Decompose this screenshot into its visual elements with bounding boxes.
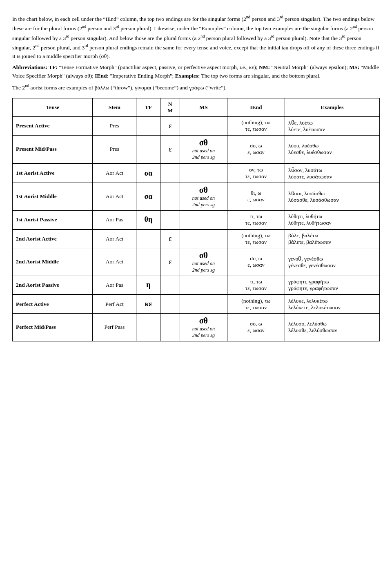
cell-ms: σθnot used on2nd pers sg [180, 135, 227, 163]
cell-tf [136, 313, 160, 341]
intro-para2: Abbreviations: TF: "Tense Formative Morp… [12, 63, 380, 80]
table-header-row: Tense Stem TF NM MS IEnd Examples [13, 98, 380, 116]
cell-iend: (nothing), τωτε, τωσαν [227, 229, 285, 248]
header-nm: NM [160, 98, 180, 116]
table-row: 2nd Aorist PassiveAor Pasητι, τωτε, τωσα… [13, 276, 380, 294]
cell-ms [180, 276, 227, 294]
header-tf: TF [136, 98, 160, 116]
cell-examples: λῦε, λυέτωλύετε, λυέτωσαν [285, 116, 380, 135]
cell-tf: θη [136, 210, 160, 229]
cell-ms [180, 116, 227, 135]
cell-nm: ε [160, 229, 180, 248]
cell-nm: ε [160, 116, 180, 135]
cell-iend: σο, ωε, ωσαν [227, 248, 285, 276]
cell-examples: λέλυκε, λελυκέτωλελύκετε, λελυκέτωσαν [285, 294, 380, 313]
cell-nm [160, 294, 180, 313]
table-row: 2nd Aorist MiddleAor Actεσθnot used on2n… [13, 248, 380, 276]
cell-tense: Present Active [13, 116, 93, 135]
header-tense: Tense [13, 98, 93, 116]
intro-text: In the chart below, in each cell under t… [12, 14, 380, 92]
cell-nm [160, 276, 180, 294]
cell-iend: θι, ωε, ωσαν [227, 183, 285, 210]
table-row: Perfect Mid/PassPerf Passσθnot used on2n… [13, 313, 380, 341]
header-ms: MS [180, 98, 227, 116]
cell-iend: τι, τωτε, τωσαν [227, 276, 285, 294]
cell-tense: 1st Aorist Passive [13, 210, 93, 229]
cell-tense: Perfect Mid/Pass [13, 313, 93, 341]
cell-tf: κε [136, 294, 160, 313]
cell-examples: γενοῦ, γενέσθωγένεσθε, γενέσθωσαν [285, 248, 380, 276]
cell-iend: σο, ωε, ωσαν [227, 313, 285, 341]
table-row: 2nd Aorist ActiveAor Actε(nothing), τωτε… [13, 229, 380, 248]
cell-ms [180, 294, 227, 313]
cell-stem: Pres [93, 135, 136, 163]
morphs-table: Tense Stem TF NM MS IEnd Examples Presen… [12, 98, 380, 341]
cell-stem: Pres [93, 116, 136, 135]
header-iend: IEnd [227, 98, 285, 116]
cell-stem: Perf Pass [93, 313, 136, 341]
header-examples: Examples [285, 98, 380, 116]
cell-tense: 2nd Aorist Passive [13, 276, 93, 294]
cell-stem: Aor Act [93, 183, 136, 210]
cell-stem: Aor Pas [93, 210, 136, 229]
cell-nm [160, 163, 180, 183]
cell-tense: Perfect Active [13, 294, 93, 313]
table-row: 1st Aorist ActiveAor Actσαον, τωτε, τωσα… [13, 163, 380, 183]
cell-ms [180, 210, 227, 229]
cell-stem: Aor Act [93, 229, 136, 248]
cell-nm: ε [160, 248, 180, 276]
cell-stem: Perf Act [93, 294, 136, 313]
cell-tf [136, 135, 160, 163]
cell-tense: 2nd Aorist Middle [13, 248, 93, 276]
cell-stem: Aor Pas [93, 276, 136, 294]
intro-para3: The 2nd aorist forms are examples of βάλ… [12, 82, 380, 92]
cell-tense: Present Mid/Pass [13, 135, 93, 163]
cell-nm: ε [160, 135, 180, 163]
cell-examples: λῦσον, λυσάτωλύσατε, λυσάτωσαν [285, 163, 380, 183]
cell-tense: 1st Aorist Active [13, 163, 93, 183]
cell-examples: λῦσαι, λυσάσθωλύσασθε, λυσάσθωσαν [285, 183, 380, 210]
cell-nm [160, 210, 180, 229]
cell-ms [180, 229, 227, 248]
cell-examples: λύου, λυέσθωλύεσθε, λυέσθωσαν [285, 135, 380, 163]
cell-tense: 2nd Aorist Active [13, 229, 93, 248]
cell-tf: σα [136, 183, 160, 210]
cell-ms: σθnot used on2nd pers sg [180, 248, 227, 276]
cell-stem: Aor Act [93, 163, 136, 183]
cell-iend: (nothing), τωτε, τωσαν [227, 294, 285, 313]
cell-nm [160, 313, 180, 341]
cell-examples: βάλε, βαλέτωβάλετε, βαλέτωσαν [285, 229, 380, 248]
cell-iend: σο, ωε, ωσαν [227, 135, 285, 163]
cell-tf [136, 116, 160, 135]
cell-ms: σθnot used on2nd pers sg [180, 183, 227, 210]
intro-para1: In the chart below, in each cell under t… [12, 14, 380, 61]
cell-nm [160, 183, 180, 210]
header-stem: Stem [93, 98, 136, 116]
table-row: Present Mid/PassPresεσθnot used on2nd pe… [13, 135, 380, 163]
cell-iend: τι, τωτε, τωσαν [227, 210, 285, 229]
table-row: 1st Aorist PassiveAor Pasθητι, τωτε, τωσ… [13, 210, 380, 229]
cell-iend: (nothing), τωτε, τωσαν [227, 116, 285, 135]
cell-tf: σα [136, 163, 160, 183]
cell-iend: ον, τωτε, τωσαν [227, 163, 285, 183]
table-row: Present ActivePresε(nothing), τωτε, τωσα… [13, 116, 380, 135]
cell-tense: 1st Aorist Middle [13, 183, 93, 210]
cell-examples: λύθητι, λυθήτωλύθητε, λυθήτωσαν [285, 210, 380, 229]
cell-tf [136, 248, 160, 276]
cell-tf: η [136, 276, 160, 294]
cell-ms: σθnot used on2nd pers sg [180, 313, 227, 341]
table-row: 1st Aorist MiddleAor Actσασθnot used on2… [13, 183, 380, 210]
cell-examples: λέλυσο, λελύσθωλέλυσθε, λελύσθωσαν [285, 313, 380, 341]
cell-ms [180, 163, 227, 183]
cell-examples: γράφητι, γραφήτωγράφητε, γραφήτωσαν [285, 276, 380, 294]
cell-tf [136, 229, 160, 248]
table-row: Perfect ActivePerf Actκε(nothing), τωτε,… [13, 294, 380, 313]
cell-stem: Aor Act [93, 248, 136, 276]
